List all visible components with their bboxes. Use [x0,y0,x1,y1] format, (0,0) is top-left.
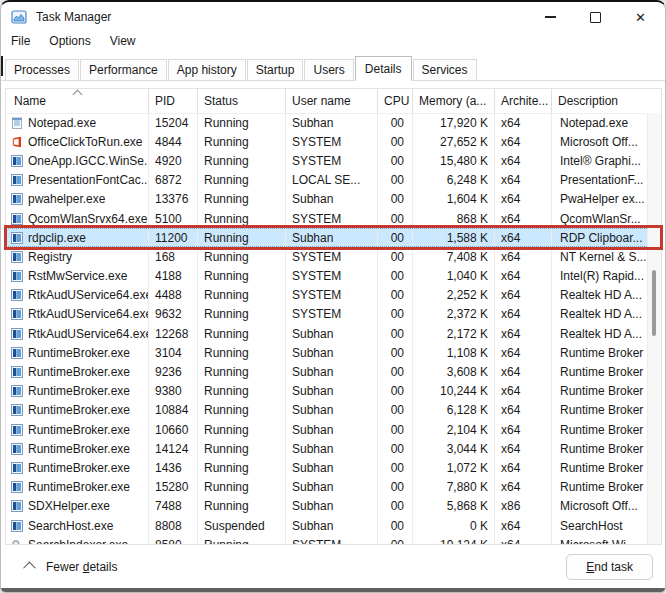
cell-user: Subhan [286,439,378,458]
cell-memory: 5,868 K [413,497,495,516]
tab-processes[interactable]: Processes [5,59,79,81]
cell-memory: 868 K [413,209,495,228]
table-row[interactable]: pwahelper.exe13376RunningSubhan001,604 K… [6,190,661,209]
cell-status: Running [198,439,286,458]
table-row[interactable]: RtkAudUService64.exe4488RunningSYSTEM002… [6,286,661,305]
menu-item-options[interactable]: Options [49,34,90,50]
cell-status: Running [198,420,286,439]
app-window-icon [11,520,23,532]
app-window-icon [11,404,23,416]
tab-services[interactable]: Services [413,59,477,81]
cell-status: Running [198,362,286,381]
table-row[interactable]: RtkAudUService64.exe12268RunningSubhan00… [6,324,661,343]
table-row[interactable]: Notepad.exe15204RunningSubhan0017,920 Kx… [6,113,661,132]
cell-status: Running [198,382,286,401]
tab-startup[interactable]: Startup [247,59,304,81]
column-header-architecture[interactable]: Archite... [495,89,552,113]
end-task-button[interactable]: End task [566,554,653,580]
table-row[interactable]: OneApp.IGCC.WinSe...4920RunningSYSTEM001… [6,151,661,170]
cell-status: Running [198,247,286,266]
table-row[interactable]: RuntimeBroker.exe14124RunningSubhan003,0… [6,439,661,458]
column-header-cpu[interactable]: CPU [378,89,413,113]
table-row[interactable]: RuntimeBroker.exe3104RunningSubhan001,10… [6,343,661,362]
table-row[interactable]: Registry168RunningSYSTEM007,408 Kx64NT K… [6,247,661,266]
cell-memory: 0 K [413,516,495,535]
tab-details[interactable]: Details [355,56,412,81]
table-row[interactable]: SearchIndexer.exe8580RunningSYSTEM0019,1… [6,535,661,544]
cell-status: Running [198,458,286,477]
scrollbar-thumb[interactable] [652,270,656,336]
table-row[interactable]: RuntimeBroker.exe9380RunningSubhan0010,2… [6,382,661,401]
cell-memory: 1,040 K [413,267,495,286]
cell-pid: 9236 [149,362,198,381]
cell-pid: 4844 [149,132,198,151]
column-header-name[interactable]: Name [6,89,149,113]
tab-performance[interactable]: Performance [80,59,167,81]
column-header-status[interactable]: Status [198,89,286,113]
column-header-memory[interactable]: Memory (a... [413,89,495,113]
tab-users[interactable]: Users [304,59,353,81]
close-button[interactable]: ✕ [618,2,663,32]
cell-arch: x64 [495,151,552,170]
table-row[interactable]: RuntimeBroker.exe9236RunningSubhan003,60… [6,362,661,381]
table-row[interactable]: RuntimeBroker.exe15280RunningSubhan007,8… [6,478,661,497]
cell-cpu: 00 [378,343,413,362]
column-header-pid[interactable]: PID [149,89,198,113]
column-header-user-name[interactable]: User name [286,89,378,113]
app-window-icon [11,481,23,493]
cell-desc: SearchHost [552,516,661,535]
cell-pid: 8580 [149,535,198,544]
table-row[interactable]: rdpclip.exe11200RunningSubhan001,588 Kx6… [6,228,661,247]
table-row[interactable]: RtkAudUService64.exe9632RunningSYSTEM002… [6,305,661,324]
cell-status: Running [198,132,286,151]
minimize-button[interactable] [528,2,573,32]
menu-item-file[interactable]: File [11,34,30,50]
app-window-icon [11,328,23,340]
cell-pid: 4920 [149,151,198,170]
cell-user: Subhan [286,324,378,343]
menu-item-view[interactable]: View [110,34,136,50]
cell-memory: 2,252 K [413,286,495,305]
table-row[interactable]: SDXHelper.exe7488RunningSubhan005,868 Kx… [6,497,661,516]
cell-arch: x64 [495,458,552,477]
cell-status: Running [198,535,286,544]
table-row[interactable]: SearchHost.exe8808SuspendedSubhan000 Kx6… [6,516,661,535]
cell-status: Running [198,478,286,497]
app-window-icon [11,366,23,378]
table-row[interactable]: RuntimeBroker.exe1436RunningSubhan001,07… [6,458,661,477]
app-window-icon [11,500,23,512]
cell-name: pwahelper.exe [6,190,149,209]
cell-cpu: 00 [378,535,413,544]
cell-name: RuntimeBroker.exe [6,382,149,401]
cell-user: Subhan [286,497,378,516]
table-row[interactable]: RuntimeBroker.exe10660RunningSubhan002,1… [6,420,661,439]
fewer-details-toggle[interactable]: Fewer details [25,560,117,574]
cell-user: SYSTEM [286,151,378,170]
app-window-icon [11,155,23,167]
window-bottom-edge [1,588,665,592]
maximize-button[interactable] [573,2,618,32]
table-row[interactable]: PresentationFontCac...6872RunningLOCAL S… [6,171,661,190]
column-header-description[interactable]: Description [552,89,661,113]
cell-name: RtkAudUService64.exe [6,286,149,305]
cell-name: RstMwService.exe [6,267,149,286]
vertical-scrollbar[interactable] [647,113,661,544]
cell-arch: x64 [495,247,552,266]
cell-memory: 6,128 K [413,401,495,420]
table-row[interactable]: RuntimeBroker.exe10884RunningSubhan006,1… [6,401,661,420]
app-window-icon [11,193,23,205]
table-row[interactable]: RstMwService.exe4188RunningSYSTEM001,040… [6,267,661,286]
table-row[interactable]: OfficeClickToRun.exe4844RunningSYSTEM002… [6,132,661,151]
cell-memory: 1,072 K [413,458,495,477]
cell-pid: 9632 [149,305,198,324]
cell-cpu: 00 [378,324,413,343]
task-manager-window: Task Manager ✕ File Options View Process… [0,0,666,593]
cell-status: Running [198,401,286,420]
tab-app-history[interactable]: App history [168,59,246,81]
app-window-icon [11,232,23,244]
cell-arch: x64 [495,439,552,458]
cell-memory: 1,604 K [413,190,495,209]
cell-cpu: 00 [378,228,413,247]
table-row[interactable]: QcomWlanSrvx64.exe5100RunningSYSTEM00868… [6,209,661,228]
app-window-icon [11,424,23,436]
